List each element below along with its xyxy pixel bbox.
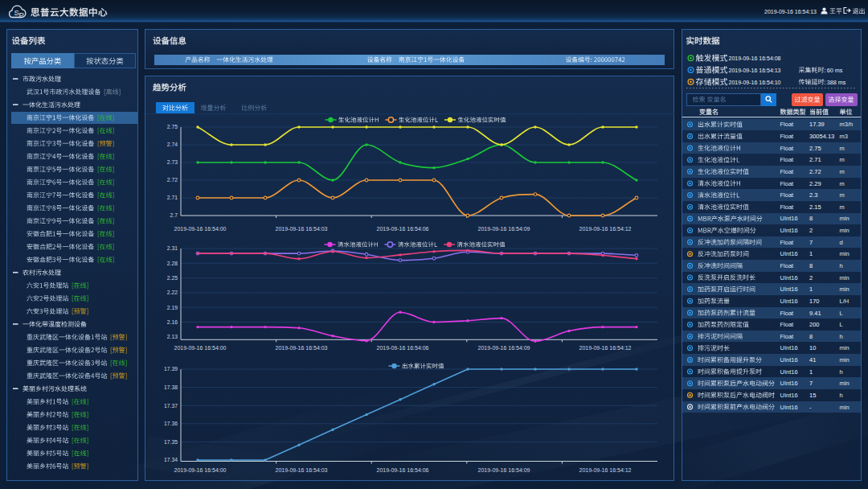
svg-text:2.75: 2.75: [167, 124, 178, 129]
svg-text:2019-09-16 16:54:12: 2019-09-16 16:54:12: [579, 467, 632, 473]
svg-text:2019-09-16 16:54:13: 2019-09-16 16:54:13: [764, 9, 817, 14]
svg-text:h: h: [840, 392, 843, 399]
svg-text:min: min: [840, 215, 850, 222]
svg-text:min: min: [840, 274, 850, 281]
svg-text:2.16: 2.16: [167, 319, 178, 325]
svg-text:2019-09-16 16:54:00: 2019-09-16 16:54:00: [174, 467, 227, 473]
svg-text:2019-09-16 16:54:10: 2019-09-16 16:54:10: [729, 80, 781, 85]
svg-text:m: m: [840, 168, 845, 175]
svg-text:2.22: 2.22: [167, 290, 178, 295]
svg-text:17.35: 17.35: [164, 439, 178, 445]
svg-text:2019-09-16 16:54:03: 2019-09-16 16:54:03: [276, 226, 328, 232]
svg-text:15: 15: [809, 392, 816, 399]
svg-text:m: m: [840, 145, 845, 152]
svg-text:7: 7: [809, 380, 813, 387]
svg-text:2019-09-16 16:54:06: 2019-09-16 16:54:06: [377, 467, 429, 473]
svg-text:17.39: 17.39: [164, 366, 178, 372]
svg-text:Float: Float: [780, 156, 795, 163]
svg-text:m3: m3: [840, 133, 848, 140]
svg-text:UInt16: UInt16: [780, 215, 798, 222]
svg-text:2.29: 2.29: [809, 180, 821, 187]
svg-text:Float: Float: [780, 133, 795, 140]
svg-text:2.7: 2.7: [170, 212, 178, 218]
svg-text:UInt16: UInt16: [780, 274, 798, 281]
svg-text:UInt16: UInt16: [780, 250, 798, 257]
svg-text:d: d: [840, 239, 843, 246]
svg-text:Float: Float: [780, 203, 795, 211]
svg-text:2019-09-16 16:54:03: 2019-09-16 16:54:03: [276, 345, 328, 351]
svg-text:Float: Float: [780, 121, 795, 128]
svg-text:2019-09-16 16:54:00: 2019-09-16 16:54:00: [174, 345, 227, 351]
svg-text:388 ms: 388 ms: [827, 79, 846, 86]
svg-text:UInt16: UInt16: [780, 368, 798, 376]
svg-text:30054.13: 30054.13: [809, 133, 834, 140]
svg-text:2.71: 2.71: [167, 195, 178, 200]
svg-text:h: h: [840, 368, 843, 376]
svg-text:2.19: 2.19: [167, 305, 178, 310]
svg-text:2.28: 2.28: [167, 261, 178, 266]
svg-text:2.3: 2.3: [809, 191, 817, 199]
svg-text:m: m: [840, 191, 845, 199]
svg-text:2019-09-16 16:54:13: 2019-09-16 16:54:13: [729, 68, 781, 73]
svg-text:1: 1: [809, 286, 813, 293]
svg-text:17.38: 17.38: [164, 384, 178, 390]
svg-text:2.25: 2.25: [167, 275, 178, 281]
svg-text:m3/h: m3/h: [840, 121, 854, 128]
svg-text:9.41: 9.41: [809, 310, 821, 317]
svg-text:UInt16: UInt16: [780, 356, 798, 364]
svg-text:200: 200: [809, 321, 820, 328]
svg-text:17.39: 17.39: [809, 121, 825, 128]
svg-text:2.13: 2.13: [167, 334, 178, 339]
svg-text:17.37: 17.37: [164, 403, 178, 409]
svg-text:2019-09-16 16:54:08: 2019-09-16 16:54:08: [729, 55, 781, 61]
svg-text:L: L: [840, 321, 843, 328]
svg-text:UInt16: UInt16: [780, 344, 798, 351]
svg-text:2.71: 2.71: [809, 156, 821, 163]
svg-text:2019-09-16 16:54:12: 2019-09-16 16:54:12: [579, 226, 632, 232]
svg-text:L/H: L/H: [840, 298, 850, 305]
svg-text:min: min: [840, 286, 850, 293]
svg-text:min: min: [840, 404, 850, 411]
svg-text:UInt16: UInt16: [780, 392, 798, 399]
svg-text:2: 2: [809, 227, 813, 234]
svg-text:Float: Float: [780, 168, 795, 175]
svg-text:UInt16: UInt16: [780, 380, 798, 387]
svg-text:2019-09-16 16:54:00: 2019-09-16 16:54:00: [174, 226, 227, 232]
svg-text:Float: Float: [780, 310, 795, 317]
svg-text:m: m: [840, 203, 845, 211]
svg-text:L: L: [840, 310, 843, 317]
svg-text:2.74: 2.74: [167, 142, 178, 147]
svg-text:-: -: [809, 404, 812, 411]
svg-text:2019-09-16 16:54:09: 2019-09-16 16:54:09: [478, 345, 530, 351]
svg-text:Float: Float: [780, 321, 795, 328]
svg-text:2019-09-16 16:54:06: 2019-09-16 16:54:06: [377, 226, 429, 232]
svg-text:Float: Float: [780, 333, 795, 340]
svg-text:60 ms: 60 ms: [827, 67, 843, 74]
svg-text:Float: Float: [780, 191, 795, 199]
svg-text:8: 8: [809, 215, 813, 222]
svg-text:2.75: 2.75: [809, 145, 821, 152]
svg-text:Float: Float: [780, 262, 795, 269]
svg-text:10: 10: [809, 344, 816, 351]
svg-text:min: min: [840, 380, 850, 387]
svg-text:2019-09-16 16:54:09: 2019-09-16 16:54:09: [478, 467, 530, 473]
svg-text:Float: Float: [780, 239, 795, 246]
svg-text:UInt16: UInt16: [780, 286, 798, 293]
svg-text:min: min: [840, 344, 850, 351]
svg-text:7: 7: [809, 239, 813, 246]
svg-text:2: 2: [809, 274, 813, 281]
svg-text:2019-09-16 16:54:03: 2019-09-16 16:54:03: [276, 467, 328, 473]
svg-text:min: min: [840, 356, 850, 364]
svg-text:1: 1: [809, 250, 813, 257]
svg-text:8: 8: [809, 333, 813, 340]
svg-text:2.72: 2.72: [167, 177, 178, 183]
svg-text:UInt16: UInt16: [780, 298, 798, 305]
svg-text:170: 170: [809, 298, 820, 305]
svg-text:2019-09-16 16:54:09: 2019-09-16 16:54:09: [478, 226, 530, 232]
svg-text:h: h: [840, 333, 843, 340]
svg-text:2019-09-16 16:54:12: 2019-09-16 16:54:12: [579, 345, 632, 351]
svg-text:m: m: [840, 180, 845, 187]
svg-text:2.31: 2.31: [167, 245, 178, 251]
svg-text:h: h: [840, 262, 843, 269]
svg-text:UInt16: UInt16: [780, 227, 798, 234]
